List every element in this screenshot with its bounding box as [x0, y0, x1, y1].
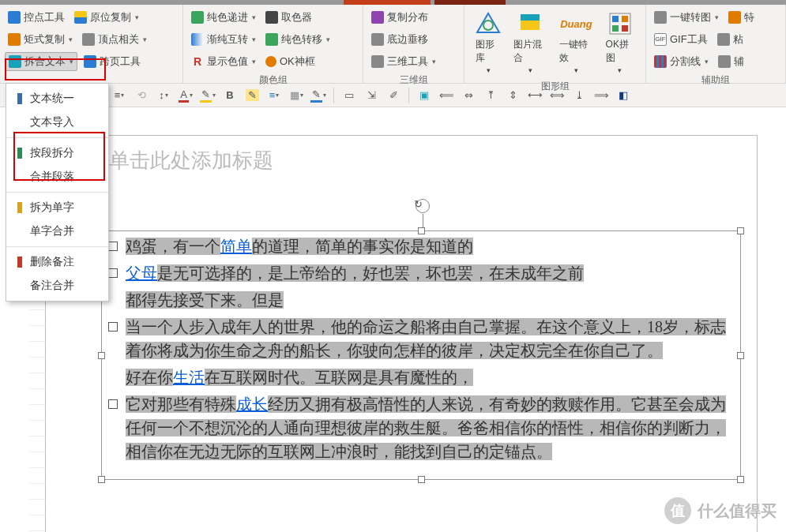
paragraph-text[interactable]: 它对那些有特殊成长经历又拥有极高悟性的人来说，有奇妙的救赎作用。它甚至会成为任何… [126, 392, 734, 463]
resize-handle[interactable] [98, 476, 105, 483]
btn-fenge[interactable]: 分割线▾ [651, 53, 712, 70]
btn-tuxingku[interactable]: 图形库▾ [469, 8, 507, 77]
bullet-icon [108, 268, 118, 278]
divider-icon [654, 55, 667, 68]
r-icon: R [191, 55, 204, 68]
menu-merge-char[interactable]: 单字合并 [6, 219, 108, 243]
link-button[interactable]: ⟲ [133, 87, 150, 104]
pen-color-button[interactable]: ✎▾ [310, 87, 327, 104]
bold-button[interactable]: B [221, 87, 239, 104]
btn-yijian-texiao[interactable]: Duang 一键特效▾ [553, 8, 599, 77]
btn-kongdian[interactable]: 控点工具 [5, 9, 68, 26]
resize-handle[interactable] [418, 476, 425, 483]
menu-split-char[interactable]: 拆为单字 [6, 196, 108, 219]
btn-chunse-dijin[interactable]: 纯色递进▾ [188, 9, 259, 26]
paragraph-text[interactable]: 都得先接受下来。但是 [126, 288, 284, 312]
shapes-library-icon [476, 11, 501, 36]
svg-rect-5 [612, 16, 619, 22]
btn-chunse-zhuanyi[interactable]: 纯色转移▾ [262, 31, 333, 48]
paste-icon [717, 33, 730, 46]
menu-text-import[interactable]: 文本导入 [6, 111, 108, 134]
font-color-button[interactable]: A▾ [177, 87, 194, 104]
svg-rect-8 [622, 25, 628, 32]
content-textbox[interactable]: 鸡蛋，有一个简单的道理，简单的事实你是知道的 父母是无可选择的，是上帝给的，好也… [101, 230, 741, 480]
gif-icon: GIF [654, 33, 667, 46]
aux-icon [718, 55, 731, 68]
btn-yijian-zhuantu[interactable]: 一键转图▾ [651, 9, 722, 26]
cube-icon [371, 33, 384, 46]
bullet-icon [108, 322, 118, 332]
btn-kuaye[interactable]: 跨页工具 [81, 53, 144, 70]
resize-handle[interactable] [98, 352, 105, 359]
split-text-dropdown: 文本统一 文本导入 按段拆分 合并段落 拆为单字 单字合并 删除备注 备注合并 [6, 83, 109, 302]
image-blend-icon [517, 11, 543, 36]
distribute-icon [371, 11, 384, 24]
watermark: 值 什么值得买 [664, 497, 777, 524]
eyedropper-icon [265, 11, 278, 24]
btn-dibian[interactable]: 底边垂移 [368, 31, 431, 48]
svg-rect-3 [521, 14, 540, 21]
btn-ok-pintu[interactable]: OK拼图▾ [600, 8, 641, 77]
highlighter-button[interactable]: ✎ [243, 87, 261, 104]
btn-ok-shenkuang[interactable]: OK神框 [262, 53, 318, 70]
menu-merge-notes[interactable]: 备注合并 [6, 274, 108, 298]
special-icon [728, 11, 741, 24]
gradient-icon [191, 33, 204, 46]
paragraph-text[interactable]: 当一个人步入成年人的世界，他的命运之船将由自己掌握。在这个意义上，18岁，标志着… [126, 315, 734, 362]
resize-handle[interactable] [737, 227, 744, 234]
btn-gif[interactable]: GIFGIF工具 [651, 31, 711, 48]
btn-quse[interactable]: 取色器 [262, 9, 315, 26]
resize-handle[interactable] [737, 476, 744, 483]
svg-point-1 [483, 21, 493, 30]
menu-text-unify[interactable]: 文本统一 [6, 87, 108, 111]
paragraph-text[interactable]: 父母是无可选择的，是上帝给的，好也罢，坏也罢，在未成年之前 [126, 261, 584, 285]
svg-rect-7 [612, 25, 619, 32]
bullet-list-button[interactable]: ≡▾ [111, 87, 128, 104]
btn-yuanwei[interactable]: 原位复制▾ [71, 9, 142, 26]
pages-icon [84, 55, 96, 68]
btn-jianchun[interactable]: 渐纯互转▾ [188, 31, 259, 48]
align-button[interactable]: ≡▾ [265, 87, 283, 104]
align-left-button[interactable]: ⟸ [438, 87, 455, 104]
rotate-arrow-icon: ↻ [414, 198, 423, 210]
btn-te[interactable]: 特 [725, 9, 758, 26]
menu-delete-notes[interactable]: 删除备注 [6, 250, 108, 274]
resize-handle[interactable] [737, 352, 744, 359]
text-split-icon [9, 55, 21, 68]
image-insert-button[interactable]: ▣ [416, 87, 433, 104]
paragraph-text[interactable]: 鸡蛋，有一个简单的道理，简单的事实你是知道的 [126, 234, 473, 258]
square-icon [8, 11, 21, 24]
eyedropper-button[interactable]: ✐ [385, 87, 402, 104]
line-spacing-button[interactable]: ↕▾ [155, 87, 172, 104]
paragraph-text[interactable]: 好在你生活在互联网时代。互联网是具有魔性的， [126, 365, 473, 389]
slide: 单击此处添加标题 ↻ 鸡蛋，有一个简单的道理，简单的事实你是知道的 父母是无可选… [46, 136, 757, 532]
bullet-icon [108, 399, 118, 409]
btn-jushi[interactable]: 矩式复制▾ [5, 31, 76, 48]
tool-a-button[interactable]: ▭ [340, 87, 358, 104]
btn-fu[interactable]: 辅 [715, 53, 747, 70]
menu-split-paragraph[interactable]: 按段拆分 [6, 141, 108, 165]
mini-toolbar: ≡▾ ⟲ ↕▾ A▾ ✎▾ B ✎ ≡▾ ▦▾ ✎▾ ▭ ⇲ ✐ ▣ ⟸ ⇔ ⤒… [0, 84, 786, 107]
solid-step-icon [191, 11, 204, 24]
group-label-color: 颜色组 [188, 71, 358, 87]
group-label-shapes: 图形组 [469, 77, 641, 93]
ok-frame-icon [265, 56, 276, 67]
btn-sanwei[interactable]: 三维工具▾ [368, 53, 439, 70]
grid-icon [8, 33, 21, 46]
btn-zhan[interactable]: 粘 [714, 31, 747, 48]
resize-handle[interactable] [418, 227, 425, 234]
btn-tupian-hunhe[interactable]: 图片混合▾ [507, 8, 553, 77]
highlight-color-button[interactable]: ✎▾ [199, 87, 216, 104]
btn-fuzhi-fenbu[interactable]: 复制分布 [368, 9, 431, 26]
title-placeholder[interactable]: 单击此处添加标题 [109, 147, 757, 182]
border-button[interactable]: ▦▾ [288, 87, 305, 104]
btn-dingdian[interactable]: 顶点相关▾ [79, 31, 150, 48]
duang-icon: Duang [563, 11, 589, 36]
svg-rect-6 [622, 16, 628, 22]
btn-xianshi-sezhi[interactable]: R显示色值▾ [188, 53, 259, 70]
menu-merge-paragraph[interactable]: 合并段落 [6, 165, 108, 189]
tool-b-button[interactable]: ⇲ [363, 87, 380, 104]
collage-icon [607, 11, 633, 36]
convert-image-icon [654, 11, 667, 24]
btn-chaihe-wenben[interactable]: 拆合文本▾ [5, 52, 77, 71]
